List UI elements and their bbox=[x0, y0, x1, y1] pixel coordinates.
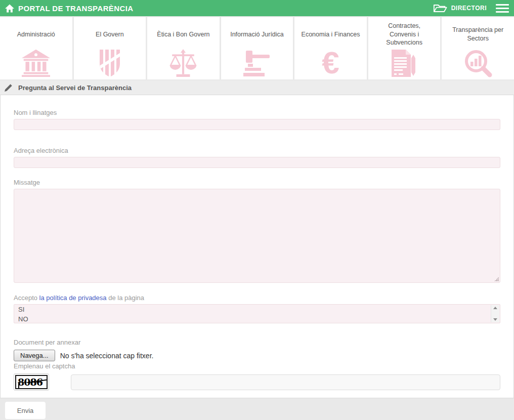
home-link[interactable]: PORTAL DE TRANSPARÈNCIA bbox=[5, 4, 134, 13]
directori-label: DIRECTORI bbox=[451, 5, 487, 12]
name-input[interactable] bbox=[14, 119, 500, 130]
transparency-question-form: Nom i llinatges Adreça electrònica Missa… bbox=[0, 95, 514, 398]
tile-label: Economia i Finances bbox=[294, 17, 367, 47]
email-label: Adreça electrònica bbox=[14, 147, 500, 154]
file-upload-row: Navega... No s'ha seleccionat cap fitxer… bbox=[14, 350, 500, 361]
send-button[interactable]: Envia bbox=[5, 402, 46, 419]
scroll-up-icon[interactable] bbox=[493, 307, 497, 309]
privacy-option-no[interactable]: NO bbox=[14, 314, 500, 323]
email-input[interactable] bbox=[14, 157, 500, 168]
browse-file-button[interactable]: Navega... bbox=[14, 350, 55, 361]
contract-pen-icon bbox=[368, 47, 441, 79]
captcha-row: 8086 bbox=[14, 373, 500, 391]
bank-columns-icon bbox=[0, 47, 72, 79]
striped-shield-icon bbox=[74, 47, 146, 79]
privacy-policy-link[interactable]: la política de privadesa bbox=[39, 294, 107, 302]
pencil-icon bbox=[5, 84, 12, 92]
captcha-noise-tick bbox=[18, 383, 19, 388]
section-header: Pregunta al Servei de Transparència bbox=[0, 80, 514, 95]
balance-scales-icon bbox=[147, 47, 220, 79]
scroll-down-icon[interactable] bbox=[493, 318, 497, 321]
privacy-label: Accepto la política de privadesa de la p… bbox=[14, 294, 500, 302]
tile-administracio[interactable]: Administració bbox=[0, 17, 72, 79]
magnifier-chart-icon bbox=[442, 47, 514, 79]
privacy-text-prefix: Accepto bbox=[14, 294, 39, 302]
tile-informacio-juridica[interactable]: Informació Jurídica bbox=[221, 17, 293, 79]
home-icon bbox=[5, 4, 14, 13]
nav-tiles: Administració El Govern bbox=[0, 17, 514, 79]
name-label: Nom i llinatges bbox=[14, 109, 500, 116]
hamburger-menu-icon[interactable] bbox=[496, 2, 509, 15]
tile-economia-finances[interactable]: Economia i Finances € bbox=[294, 17, 367, 79]
gavel-icon bbox=[221, 47, 293, 79]
section-title: Pregunta al Servei de Transparència bbox=[18, 84, 132, 92]
message-textarea[interactable] bbox=[14, 189, 500, 283]
open-folder-icon bbox=[433, 4, 447, 13]
tile-label: Ètica i Bon Govern bbox=[147, 17, 220, 47]
euro-icon: € bbox=[294, 47, 367, 79]
privacy-text-suffix: de la pàgina bbox=[107, 294, 144, 302]
tile-label: Informació Jurídica bbox=[221, 17, 293, 47]
tile-transparencia-sectors[interactable]: Transparència per Sectors bbox=[442, 17, 514, 79]
no-file-selected-text: No s'ha seleccionat cap fitxer. bbox=[60, 352, 154, 360]
privacy-select-listbox[interactable]: SI NO bbox=[14, 304, 500, 323]
tile-contractes-convenis[interactable]: Contractes, Convenis i Subvencions bbox=[368, 17, 441, 79]
captcha-image: 8086 bbox=[14, 373, 49, 391]
attachment-label: Document per annexar bbox=[14, 339, 500, 346]
captcha-input[interactable] bbox=[71, 374, 500, 390]
message-label: Missatge bbox=[14, 179, 500, 186]
captcha-label: Emplenau el captcha bbox=[14, 362, 500, 370]
listbox-scrollbar[interactable] bbox=[491, 305, 499, 322]
tile-el-govern[interactable]: El Govern bbox=[74, 17, 146, 79]
tile-label: Transparència per Sectors bbox=[442, 17, 514, 47]
page-title: PORTAL DE TRANSPARÈNCIA bbox=[18, 4, 134, 13]
tile-label: El Govern bbox=[74, 17, 146, 47]
tile-etica-bon-govern[interactable]: Ètica i Bon Govern bbox=[147, 17, 220, 79]
tile-label: Contractes, Convenis i Subvencions bbox=[368, 17, 441, 47]
tile-label: Administració bbox=[0, 17, 72, 47]
privacy-option-si[interactable]: SI bbox=[14, 305, 500, 314]
top-header: PORTAL DE TRANSPARÈNCIA DIRECTORI bbox=[0, 0, 514, 16]
directori-button[interactable]: DIRECTORI bbox=[433, 4, 487, 13]
